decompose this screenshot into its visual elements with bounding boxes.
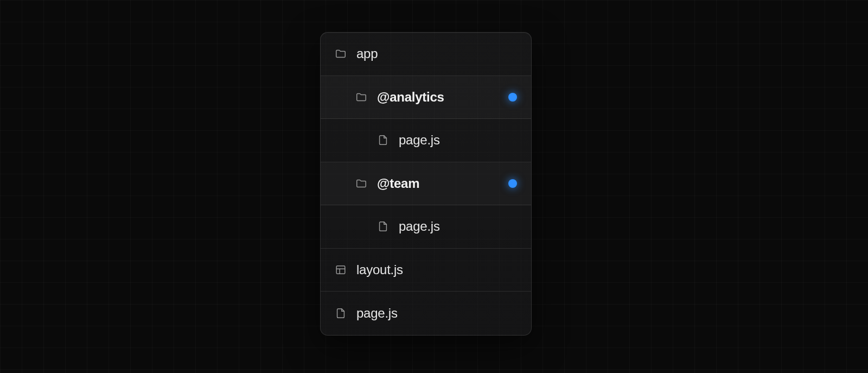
tree-item-label: page.js (399, 219, 440, 234)
file-icon (335, 307, 347, 319)
folder-icon (355, 91, 367, 103)
tree-item-label: layout.js (356, 262, 403, 277)
layout-icon (335, 264, 347, 276)
tree-folder-team[interactable]: @team (321, 162, 531, 206)
tree-file-page[interactable]: page.js (321, 292, 531, 335)
tree-item-label: page.js (399, 132, 440, 148)
status-dot-icon (508, 179, 517, 188)
tree-root-row[interactable]: app (321, 33, 531, 76)
tree-item-label: @team (377, 176, 419, 191)
folder-icon (335, 48, 347, 60)
tree-item-label: app (356, 46, 378, 61)
status-dot-icon (508, 93, 517, 102)
folder-icon (355, 178, 367, 189)
tree-file-layout[interactable]: layout.js (321, 249, 531, 292)
file-icon (377, 220, 389, 232)
tree-file-row[interactable]: page.js (321, 205, 531, 249)
tree-file-row[interactable]: page.js (321, 119, 531, 162)
tree-item-label: page.js (356, 306, 398, 321)
file-icon (377, 134, 389, 146)
svg-rect-0 (336, 265, 345, 274)
tree-folder-analytics[interactable]: @analytics (321, 76, 531, 119)
file-tree-panel: app @analytics page.js @team page.js lay… (320, 32, 532, 336)
tree-item-label: @analytics (377, 90, 444, 105)
